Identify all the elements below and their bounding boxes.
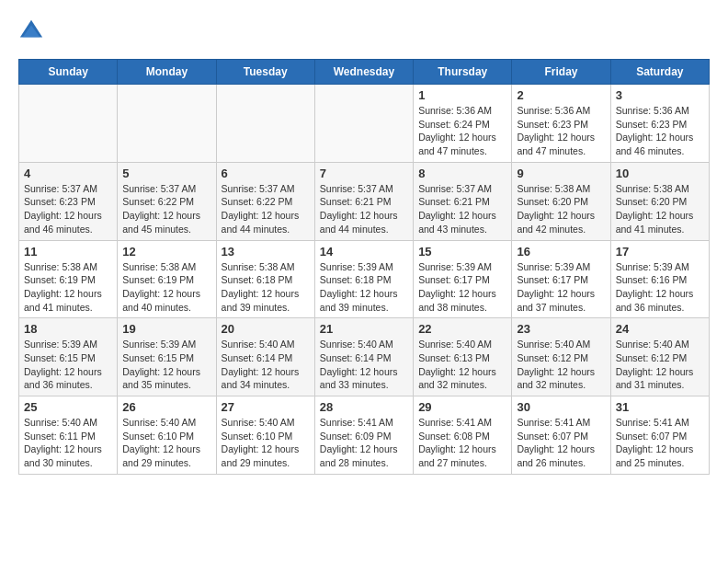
day-info: Sunrise: 5:39 AM Sunset: 6:18 PM Dayligh… bbox=[320, 260, 408, 315]
week-row-5: 25Sunrise: 5:40 AM Sunset: 6:11 PM Dayli… bbox=[19, 396, 710, 475]
day-info: Sunrise: 5:38 AM Sunset: 6:20 PM Dayligh… bbox=[517, 182, 605, 236]
day-number: 7 bbox=[320, 167, 408, 180]
weekday-header-wednesday: Wednesday bbox=[314, 60, 413, 85]
day-number: 31 bbox=[616, 400, 704, 414]
calendar-cell bbox=[118, 85, 216, 163]
day-info: Sunrise: 5:36 AM Sunset: 6:23 PM Dayligh… bbox=[517, 104, 605, 158]
day-info: Sunrise: 5:37 AM Sunset: 6:21 PM Dayligh… bbox=[418, 182, 506, 236]
day-info: Sunrise: 5:39 AM Sunset: 6:17 PM Dayligh… bbox=[517, 260, 605, 315]
calendar-cell: 3Sunrise: 5:36 AM Sunset: 6:23 PM Daylig… bbox=[610, 85, 709, 163]
week-row-4: 18Sunrise: 5:39 AM Sunset: 6:15 PM Dayli… bbox=[19, 318, 710, 396]
calendar-cell: 26Sunrise: 5:40 AM Sunset: 6:10 PM Dayli… bbox=[118, 396, 216, 475]
day-number: 30 bbox=[517, 400, 605, 414]
day-number: 24 bbox=[616, 322, 704, 336]
day-number: 20 bbox=[222, 322, 310, 336]
day-info: Sunrise: 5:40 AM Sunset: 6:10 PM Dayligh… bbox=[222, 416, 310, 470]
day-number: 14 bbox=[320, 245, 408, 259]
day-number: 28 bbox=[320, 400, 408, 414]
calendar-cell: 22Sunrise: 5:40 AM Sunset: 6:13 PM Dayli… bbox=[414, 318, 512, 396]
day-info: Sunrise: 5:40 AM Sunset: 6:14 PM Dayligh… bbox=[222, 338, 310, 392]
calendar-cell: 23Sunrise: 5:40 AM Sunset: 6:12 PM Dayli… bbox=[512, 318, 610, 396]
weekday-header-saturday: Saturday bbox=[610, 60, 709, 85]
calendar-cell: 21Sunrise: 5:40 AM Sunset: 6:14 PM Dayli… bbox=[314, 318, 413, 396]
day-info: Sunrise: 5:40 AM Sunset: 6:11 PM Dayligh… bbox=[24, 416, 112, 470]
day-info: Sunrise: 5:41 AM Sunset: 6:07 PM Dayligh… bbox=[517, 416, 605, 470]
calendar-cell: 13Sunrise: 5:38 AM Sunset: 6:18 PM Dayli… bbox=[216, 240, 314, 318]
day-info: Sunrise: 5:41 AM Sunset: 6:07 PM Dayligh… bbox=[616, 416, 704, 470]
day-number: 16 bbox=[517, 245, 605, 259]
day-number: 11 bbox=[24, 245, 112, 259]
calendar-cell: 15Sunrise: 5:39 AM Sunset: 6:17 PM Dayli… bbox=[414, 240, 512, 318]
calendar-cell: 24Sunrise: 5:40 AM Sunset: 6:12 PM Dayli… bbox=[610, 318, 709, 396]
calendar-cell bbox=[19, 85, 118, 163]
calendar-cell bbox=[216, 85, 314, 163]
day-number: 19 bbox=[122, 322, 210, 336]
calendar-cell: 25Sunrise: 5:40 AM Sunset: 6:11 PM Dayli… bbox=[19, 396, 118, 475]
weekday-header-monday: Monday bbox=[118, 60, 216, 85]
calendar-cell: 10Sunrise: 5:38 AM Sunset: 6:20 PM Dayli… bbox=[610, 162, 709, 240]
day-number: 5 bbox=[122, 167, 210, 180]
calendar-cell: 2Sunrise: 5:36 AM Sunset: 6:23 PM Daylig… bbox=[512, 85, 610, 163]
calendar-cell: 8Sunrise: 5:37 AM Sunset: 6:21 PM Daylig… bbox=[414, 162, 512, 240]
day-number: 2 bbox=[517, 88, 605, 102]
calendar-cell: 6Sunrise: 5:37 AM Sunset: 6:22 PM Daylig… bbox=[216, 162, 314, 240]
day-info: Sunrise: 5:39 AM Sunset: 6:15 PM Dayligh… bbox=[122, 338, 210, 392]
day-number: 29 bbox=[418, 400, 506, 414]
calendar-cell: 18Sunrise: 5:39 AM Sunset: 6:15 PM Dayli… bbox=[19, 318, 118, 396]
day-info: Sunrise: 5:37 AM Sunset: 6:22 PM Dayligh… bbox=[222, 182, 310, 236]
day-number: 15 bbox=[418, 245, 506, 259]
calendar-cell: 12Sunrise: 5:38 AM Sunset: 6:19 PM Dayli… bbox=[118, 240, 216, 318]
day-info: Sunrise: 5:40 AM Sunset: 6:12 PM Dayligh… bbox=[616, 338, 704, 392]
day-number: 1 bbox=[418, 88, 506, 102]
day-number: 13 bbox=[222, 245, 310, 259]
day-number: 3 bbox=[616, 88, 704, 102]
week-row-2: 4Sunrise: 5:37 AM Sunset: 6:23 PM Daylig… bbox=[19, 162, 710, 240]
day-number: 4 bbox=[24, 167, 112, 180]
calendar-cell: 14Sunrise: 5:39 AM Sunset: 6:18 PM Dayli… bbox=[314, 240, 413, 318]
calendar-cell: 7Sunrise: 5:37 AM Sunset: 6:21 PM Daylig… bbox=[314, 162, 413, 240]
weekday-header-row: SundayMondayTuesdayWednesdayThursdayFrid… bbox=[19, 60, 710, 85]
day-info: Sunrise: 5:37 AM Sunset: 6:21 PM Dayligh… bbox=[320, 182, 408, 236]
logo bbox=[18, 18, 48, 44]
day-info: Sunrise: 5:41 AM Sunset: 6:08 PM Dayligh… bbox=[418, 416, 506, 470]
day-info: Sunrise: 5:37 AM Sunset: 6:22 PM Dayligh… bbox=[122, 182, 210, 236]
day-info: Sunrise: 5:40 AM Sunset: 6:13 PM Dayligh… bbox=[418, 338, 506, 392]
week-row-1: 1Sunrise: 5:36 AM Sunset: 6:24 PM Daylig… bbox=[19, 85, 710, 163]
day-info: Sunrise: 5:36 AM Sunset: 6:24 PM Dayligh… bbox=[418, 104, 506, 158]
week-row-3: 11Sunrise: 5:38 AM Sunset: 6:19 PM Dayli… bbox=[19, 240, 710, 318]
logo-icon bbox=[18, 18, 44, 44]
weekday-header-thursday: Thursday bbox=[414, 60, 512, 85]
day-info: Sunrise: 5:39 AM Sunset: 6:16 PM Dayligh… bbox=[616, 260, 704, 315]
day-info: Sunrise: 5:40 AM Sunset: 6:12 PM Dayligh… bbox=[517, 338, 605, 392]
calendar-cell: 5Sunrise: 5:37 AM Sunset: 6:22 PM Daylig… bbox=[118, 162, 216, 240]
day-number: 26 bbox=[122, 400, 210, 414]
calendar-cell: 29Sunrise: 5:41 AM Sunset: 6:08 PM Dayli… bbox=[414, 396, 512, 475]
calendar-cell: 27Sunrise: 5:40 AM Sunset: 6:10 PM Dayli… bbox=[216, 396, 314, 475]
weekday-header-friday: Friday bbox=[512, 60, 610, 85]
day-number: 8 bbox=[418, 167, 506, 180]
weekday-header-sunday: Sunday bbox=[19, 60, 118, 85]
day-number: 18 bbox=[24, 322, 112, 336]
day-number: 10 bbox=[616, 167, 704, 180]
day-number: 23 bbox=[517, 322, 605, 336]
day-number: 6 bbox=[222, 167, 310, 180]
day-info: Sunrise: 5:39 AM Sunset: 6:17 PM Dayligh… bbox=[418, 260, 506, 315]
calendar-table: SundayMondayTuesdayWednesdayThursdayFrid… bbox=[18, 59, 710, 475]
day-info: Sunrise: 5:38 AM Sunset: 6:19 PM Dayligh… bbox=[122, 260, 210, 315]
weekday-header-tuesday: Tuesday bbox=[216, 60, 314, 85]
day-number: 22 bbox=[418, 322, 506, 336]
calendar-cell: 4Sunrise: 5:37 AM Sunset: 6:23 PM Daylig… bbox=[19, 162, 118, 240]
day-info: Sunrise: 5:39 AM Sunset: 6:15 PM Dayligh… bbox=[24, 338, 112, 392]
day-info: Sunrise: 5:38 AM Sunset: 6:20 PM Dayligh… bbox=[616, 182, 704, 236]
calendar-cell: 31Sunrise: 5:41 AM Sunset: 6:07 PM Dayli… bbox=[610, 396, 709, 475]
day-number: 25 bbox=[24, 400, 112, 414]
calendar-cell bbox=[314, 85, 413, 163]
day-info: Sunrise: 5:36 AM Sunset: 6:23 PM Dayligh… bbox=[616, 104, 704, 158]
day-number: 12 bbox=[122, 245, 210, 259]
day-info: Sunrise: 5:40 AM Sunset: 6:10 PM Dayligh… bbox=[122, 416, 210, 470]
day-info: Sunrise: 5:40 AM Sunset: 6:14 PM Dayligh… bbox=[320, 338, 408, 392]
day-info: Sunrise: 5:38 AM Sunset: 6:18 PM Dayligh… bbox=[222, 260, 310, 315]
day-info: Sunrise: 5:38 AM Sunset: 6:19 PM Dayligh… bbox=[24, 260, 112, 315]
day-number: 9 bbox=[517, 167, 605, 180]
calendar-cell: 20Sunrise: 5:40 AM Sunset: 6:14 PM Dayli… bbox=[216, 318, 314, 396]
